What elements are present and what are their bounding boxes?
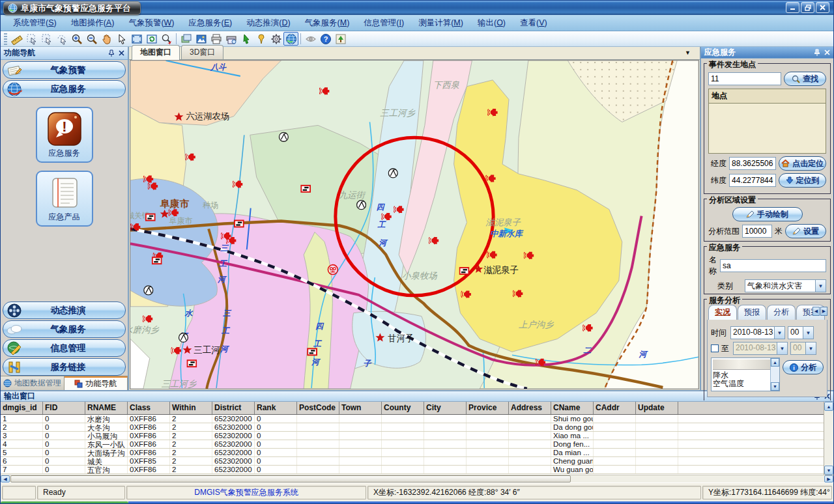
sidebar-item-weather-warning[interactable]: 气象预警 (3, 61, 126, 79)
print-icon[interactable] (208, 32, 223, 46)
select-free-icon[interactable] (54, 32, 69, 46)
map-canvas[interactable]: 六运湖农场三工河乡下西泉九运街阜康市种场城关镇阜康市滋泥泉子中新水库滋泥泉子小泉… (130, 60, 699, 389)
legend-icon[interactable] (333, 32, 348, 46)
column-header[interactable]: Class (128, 402, 170, 414)
column-header[interactable]: Address (509, 402, 551, 414)
column-header[interactable]: Rank (255, 402, 297, 414)
sidebar-item-info-management[interactable]: 信息管理 (3, 339, 126, 357)
menu-item-E[interactable]: 应急服务(E) (182, 16, 240, 31)
sidebar-item-dynamic-deduction[interactable]: 动态推演 (3, 301, 126, 319)
go-pointer-icon[interactable] (238, 32, 253, 46)
ruler-icon[interactable] (9, 32, 24, 46)
results-table[interactable]: dmgis_idFIDRNAMEClassWithinDistrictRankP… (1, 402, 824, 475)
menu-item-S[interactable]: 系统管理(S) (6, 16, 64, 31)
tab-3d-window[interactable]: 3D窗口 (181, 45, 223, 59)
column-header[interactable]: CName (551, 402, 594, 414)
column-header[interactable]: District (212, 402, 255, 414)
menu-item-I[interactable]: 信息管理(I) (356, 16, 411, 31)
emergency-product-button[interactable]: 应急产品 (36, 171, 93, 227)
globe-icon[interactable] (283, 32, 298, 46)
latitude-input[interactable] (729, 174, 776, 187)
analyze-button[interactable]: i 分析 (783, 360, 824, 374)
menu-item-A[interactable]: 地图操作(A) (64, 16, 122, 31)
scrollbar-thumb[interactable] (10, 475, 571, 483)
hour-select[interactable]: 00▼ (788, 326, 814, 339)
tab-scroll-left-icon[interactable]: ◀ (812, 307, 820, 316)
sidebar-item-service-links[interactable]: 服务链接 (3, 358, 126, 376)
column-header[interactable]: Update (636, 402, 678, 414)
date-to-select[interactable]: 2010-08-13▼ (733, 342, 788, 355)
tab-analysis[interactable]: 分析 (767, 305, 796, 320)
emergency-service-button[interactable]: ! 应急服务 (36, 107, 93, 163)
restore-button[interactable] (801, 2, 814, 13)
eye-icon[interactable] (303, 32, 318, 46)
pointer-icon[interactable] (114, 32, 129, 46)
scroll-left-icon[interactable]: ◀ (1, 475, 10, 483)
element-listbox[interactable]: 降水 空气温度 ▲ ▼ (711, 357, 780, 391)
table-row[interactable]: 20大冬沟0XFF8626523020000Da dong gou (1, 423, 824, 432)
menu-item-V[interactable]: 查看(V) (513, 16, 554, 31)
location-search-input[interactable] (708, 72, 781, 85)
set-button[interactable]: 设置 (785, 224, 826, 238)
export-image-icon[interactable] (194, 32, 208, 46)
scroll-down-icon[interactable]: ▼ (771, 382, 779, 391)
pin-icon[interactable] (814, 49, 820, 57)
menu-item-W[interactable]: 气象预警(W) (121, 16, 181, 31)
column-header[interactable]: PostCode (297, 402, 339, 414)
menu-item-O[interactable]: 输出(O) (470, 16, 513, 31)
full-extent-icon[interactable] (129, 32, 144, 46)
service-type-select[interactable]: 气象和洪水灾害 ▼ (745, 279, 826, 292)
list-scrollbar[interactable]: ▲ ▼ (770, 358, 779, 391)
table-horizontal-scrollbar[interactable]: ◀ ▶ (1, 475, 833, 483)
close-icon[interactable] (119, 50, 124, 56)
tab-map-data-management[interactable]: 地图数据管理 (1, 376, 65, 390)
tab-list-dropdown-icon[interactable]: ▼ (685, 49, 691, 56)
table-row[interactable]: 40东风一小队0XFF8626523020000Dong fen... (1, 440, 824, 449)
sidebar-item-emergency-service[interactable]: 应急服务 (3, 80, 126, 98)
hour-to-select[interactable]: 00▼ (790, 342, 816, 355)
refresh-icon[interactable] (144, 32, 159, 46)
help-icon[interactable]: ? (318, 32, 333, 46)
place-list[interactable] (708, 103, 826, 154)
longitude-input[interactable] (729, 157, 776, 170)
service-name-input[interactable] (720, 259, 826, 272)
pan-icon[interactable] (99, 32, 114, 46)
column-header[interactable]: Provice (467, 402, 509, 414)
minimize-button[interactable] (786, 2, 799, 13)
tab-live[interactable]: 实况 (708, 305, 737, 320)
list-item[interactable]: 空气温度 (712, 380, 779, 388)
table-vertical-scrollbar[interactable]: ▲ ▼ (824, 402, 833, 475)
scroll-up-icon[interactable]: ▲ (824, 402, 833, 411)
sidebar-item-weather-service[interactable]: 气象服务 (3, 320, 126, 338)
column-header[interactable]: CAddr (594, 402, 636, 414)
column-header[interactable]: Town (339, 402, 382, 414)
find-icon[interactable] (159, 32, 174, 46)
menu-item-M[interactable]: 气象服务(M) (298, 16, 357, 31)
manual-draw-button[interactable]: 手动绘制 (732, 207, 803, 221)
goto-location-button[interactable]: 定位到 (779, 173, 826, 188)
column-header[interactable]: RNAME (85, 402, 128, 414)
menu-item-M[interactable]: 测量计算(M) (411, 16, 470, 31)
tab-map-window[interactable]: 地图窗口 (132, 45, 180, 60)
tab-forecast[interactable]: 预报 (738, 305, 766, 320)
close-icon[interactable] (824, 49, 830, 55)
scroll-right-icon[interactable]: ▶ (824, 475, 833, 483)
dropdown-icon[interactable]: ▼ (815, 280, 826, 292)
table-row[interactable]: 60城关0XFF8526523020000Cheng guan (1, 457, 824, 466)
column-header[interactable]: Within (170, 402, 212, 414)
close-button[interactable] (816, 2, 829, 13)
search-button[interactable]: 查找 (784, 72, 826, 86)
column-header[interactable]: FID (43, 402, 85, 414)
table-row[interactable]: 30小马厩沟0XFF8626523020000Xiao ma ... (1, 432, 824, 440)
select-box-icon[interactable] (39, 32, 54, 46)
print-preview-icon[interactable] (223, 32, 238, 46)
column-header[interactable]: dmgis_id (1, 402, 43, 414)
layers-icon[interactable] (179, 32, 194, 46)
select-polygon-icon[interactable] (24, 32, 39, 46)
menu-item-D[interactable]: 动态推演(D) (239, 16, 297, 31)
scroll-up-icon[interactable]: ▲ (771, 358, 779, 367)
table-row[interactable]: 10水磨沟0XFF8626523020000Shui mo gou (1, 415, 824, 423)
click-locate-button[interactable]: 点击定位 (779, 156, 826, 171)
tab-scroll-right-icon[interactable]: ▶ (820, 307, 827, 316)
zoom-in-icon[interactable] (69, 32, 84, 46)
